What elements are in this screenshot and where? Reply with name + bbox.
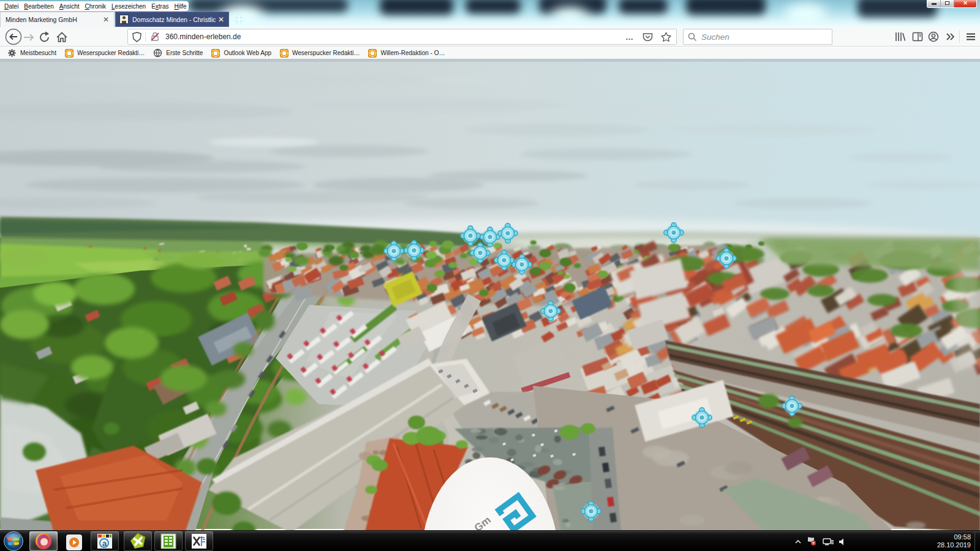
svg-text:a: a <box>102 539 107 548</box>
